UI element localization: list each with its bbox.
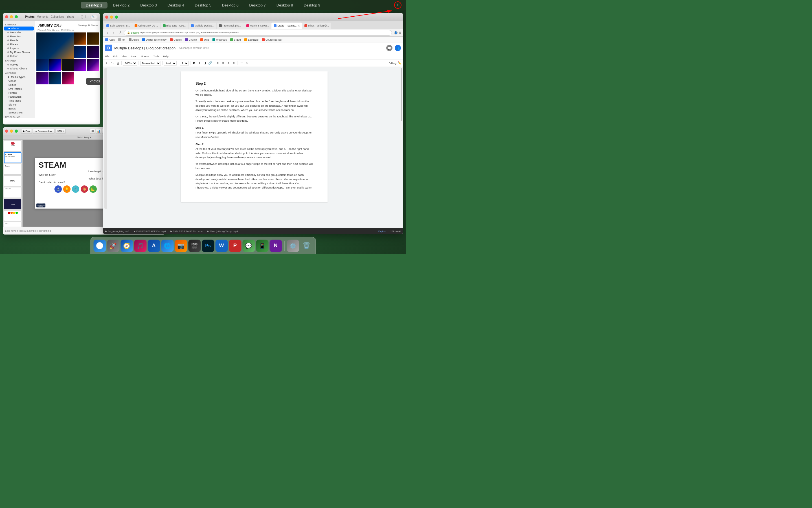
slide-thumb-7[interactable] [4, 210, 21, 221]
add-desktop-button[interactable]: + [394, 1, 402, 9]
desktop-tab-5[interactable]: Desktop 5 [190, 2, 216, 8]
docs-zoom-select[interactable]: 100% [123, 61, 137, 66]
docs-menu-tools[interactable]: Tools [153, 55, 159, 58]
bookmark-digitaltech[interactable]: Digital Technology [142, 38, 167, 41]
chrome-extensions-btn[interactable]: ⊞ [399, 31, 401, 34]
photo-cell-7[interactable] [49, 59, 61, 71]
chrome-close-btn[interactable] [105, 15, 108, 18]
desktop-tab-7[interactable]: Desktop 7 [244, 2, 271, 8]
dock-icon-launchpad[interactable]: 🚀 [107, 240, 119, 252]
scrollbar-thumb[interactable] [401, 68, 402, 121]
dock-icon-finalcut[interactable]: 🎬 [188, 240, 200, 252]
chrome-tab-multidesktop[interactable]: Multiple Deskto... [189, 23, 216, 29]
photos-share-icon[interactable]: ⤴ [84, 15, 86, 18]
sidebar-item-photos[interactable]: Photos [4, 27, 34, 31]
photo-cell-8[interactable] [62, 59, 74, 71]
docs-menu-edit[interactable]: Edit [114, 55, 118, 58]
bookmark-mft[interactable]: Mft [118, 38, 126, 41]
keynote-chart-btn[interactable]: 📊 [96, 129, 101, 134]
keynote-minimize-btn[interactable] [10, 130, 13, 133]
sidebar-item-portrait[interactable]: Portrait [3, 91, 35, 95]
sidebar-item-livephotos[interactable]: Live Photos [3, 87, 35, 91]
sidebar-item-activity[interactable]: Activity [3, 62, 35, 67]
sidebar-item-favorites[interactable]: Favorites [3, 34, 35, 38]
photo-cell-2[interactable] [74, 33, 86, 45]
sidebar-item-videos[interactable]: Videos [3, 79, 35, 83]
chrome-address-field[interactable]: 🔒 Secure https://docs.google.com/documen… [124, 30, 392, 36]
slide-thumb-4[interactable]: STEAM [4, 175, 21, 186]
sidebar-item-mediatypes[interactable]: ▼ Media Types [3, 75, 35, 79]
photos-tab-moments[interactable]: Moments [37, 15, 48, 18]
docs-style-select[interactable]: Normal text [140, 61, 161, 66]
docs-menu-file[interactable]: File [105, 55, 109, 58]
photo-cell-11[interactable] [36, 72, 49, 84]
audio-item-3[interactable]: ▶ ENDLESS PRAISE Pla...mp4 [170, 230, 202, 232]
keynote-fullscreen-btn[interactable] [15, 130, 18, 133]
docs-menu-help[interactable]: Help [163, 55, 169, 58]
docs-align-center-btn[interactable]: ≡ [221, 61, 225, 66]
photos-search-field[interactable]: 🔍 [90, 15, 98, 19]
photo-cell-13[interactable] [62, 72, 74, 84]
docs-right-scrollbar[interactable] [400, 67, 403, 234]
dock-icon-photoshop[interactable]: Ps [202, 240, 214, 252]
dock-icon-safari[interactable]: 🧭 [121, 240, 133, 252]
desktop-tab-6[interactable]: Desktop 6 [217, 2, 244, 8]
dock-icon-finder[interactable]: 🔵 [93, 240, 106, 252]
dock-icon-chrome[interactable]: 🌐 [161, 240, 174, 252]
chrome-show-all-btn[interactable]: ▾ Show All [391, 230, 401, 232]
photo-cell-10[interactable] [87, 59, 99, 71]
chrome-tab-split[interactable]: Split screens: B... [104, 23, 132, 29]
dock-icon-facetime[interactable]: 📱 [256, 240, 268, 252]
sidebar-item-hidden[interactable]: Hidden [3, 54, 35, 58]
chrome-tab-drafts[interactable]: Drafts - Team D... × [271, 23, 302, 29]
keynote-rehearse-btn[interactable]: ⏮ Rehearse Live [33, 129, 54, 134]
docs-bold-btn[interactable]: B [192, 61, 196, 66]
slide-thumb-5[interactable]: Coding slide [4, 187, 21, 198]
docs-link-btn[interactable]: 🔗 [208, 61, 213, 66]
photo-cell-6[interactable] [36, 59, 49, 71]
dock-icon-trash[interactable]: 🗑️ [300, 240, 313, 252]
photos-info-icon[interactable]: i [81, 15, 83, 18]
dock-icon-powerpoint[interactable]: P [229, 240, 241, 252]
chrome-back-btn[interactable]: ‹ [105, 31, 109, 35]
sidebar-item-imports[interactable]: Imports [3, 46, 35, 50]
docs-align-right-btn[interactable]: ≡ [226, 61, 231, 66]
docs-redo-btn[interactable]: ↪ [110, 61, 115, 66]
docs-font-size-select[interactable]: 11 [180, 61, 189, 66]
docs-menu-format[interactable]: Format [141, 55, 149, 58]
docs-page-scroll-area[interactable]: Step 2 On the bottom right hand side of … [108, 67, 400, 234]
chrome-tab-inbox[interactable]: Inbox - adriani@... [302, 23, 331, 29]
dock-icon-word[interactable]: W [215, 240, 228, 252]
bookmark-google[interactable]: Google [170, 38, 182, 41]
tab-close-drafts[interactable]: × [298, 24, 300, 27]
desktop-tab-9[interactable]: Desktop 9 [299, 2, 325, 8]
chrome-minimize-btn[interactable] [110, 15, 113, 18]
photo-cell-12[interactable] [49, 72, 61, 84]
keynote-play-btn[interactable]: ▶ Play [21, 129, 32, 134]
sidebar-item-sharedalbums[interactable]: Shared Albums [3, 67, 35, 71]
minimize-button[interactable] [10, 15, 13, 18]
desktop-tab-8[interactable]: Desktop 8 [271, 2, 298, 8]
chrome-explore-btn[interactable]: Explore [378, 230, 386, 232]
bookmark-webinars[interactable]: Webinars [213, 38, 227, 41]
bookmark-apple[interactable]: Apple [129, 38, 139, 41]
chrome-fullscreen-btn[interactable] [115, 15, 118, 18]
chrome-forward-btn[interactable]: › [111, 31, 116, 35]
keynote-close-btn[interactable] [5, 130, 8, 133]
sidebar-item-screenshots[interactable]: Screenshots [3, 111, 35, 115]
docs-menu-insert[interactable]: Insert [131, 55, 137, 58]
photos-tab-photos[interactable]: Photos [25, 15, 35, 18]
sidebar-item-slomo[interactable]: Slo-mo [3, 103, 35, 107]
chrome-account-icon[interactable]: 👤 [394, 31, 398, 34]
docs-italic-btn[interactable]: I [197, 61, 202, 66]
docs-list-btn[interactable]: ☰ [239, 61, 244, 66]
sidebar-item-timelapse[interactable]: Time-lapse [3, 99, 35, 103]
desktop-tab-3[interactable]: Desktop 3 [135, 2, 162, 8]
photo-cell-9[interactable] [74, 59, 86, 71]
docs-share-btn[interactable]: 👥 [395, 45, 401, 51]
photos-plus-icon[interactable]: + [87, 15, 89, 18]
docs-document-title[interactable]: Multiple Desktops | Blog post creation [114, 46, 176, 50]
docs-undo-btn[interactable]: ↩ [105, 61, 109, 66]
bookmark-apps[interactable]: Apps [105, 38, 115, 41]
docs-underline-btn[interactable]: U [202, 61, 207, 66]
